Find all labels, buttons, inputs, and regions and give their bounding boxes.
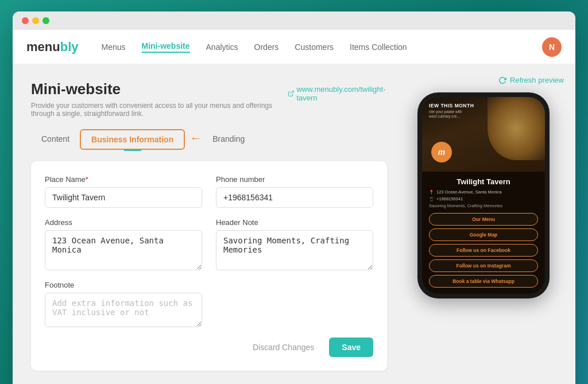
phone-btn-facebook[interactable]: Follow us on Facebook (429, 244, 538, 257)
phone-icon: 📱 (429, 197, 434, 201)
svg-line-0 (291, 91, 293, 94)
save-button[interactable]: Save (329, 338, 373, 357)
phone-logo: m (431, 142, 452, 162)
phone-header-sub: cite your palate withwest culinary cre..… (429, 110, 462, 119)
nav-analytics[interactable]: Analytics (206, 42, 238, 52)
right-panel: Refresh preview IEW THIS MONTH cite your… (403, 64, 575, 384)
form-group-place-name: Place Name* (45, 175, 202, 208)
left-panel: Mini-website Provide your customers with… (13, 64, 403, 384)
place-name-input[interactable] (45, 187, 202, 208)
location-icon: 📍 (429, 190, 434, 195)
phone-food-decoration (488, 97, 545, 160)
form-row-name-phone: Place Name* Phone number (45, 175, 373, 208)
phone-header-image: IEW THIS MONTH cite your palate withwest… (422, 97, 545, 172)
phone-restaurant-name: Twilight Tavern (429, 177, 538, 186)
phone-tagline: Savoring Moments, Crafting Memories (429, 203, 538, 208)
browser-window: menubly Menus Mini-website Analytics Ord… (13, 11, 575, 384)
logo[interactable]: menubly (26, 40, 78, 55)
browser-bar (13, 11, 575, 30)
form-group-header-note: Header Note Savoring Moments, Crafting M… (216, 218, 373, 270)
footnote-label: Footnote (45, 281, 202, 289)
refresh-row: Refresh preview (403, 76, 564, 84)
form-row-footnote: Footnote (45, 281, 373, 327)
phone-phone-text: +1968156341 (436, 196, 463, 201)
avatar: N (542, 37, 562, 57)
header-note-label: Header Note (216, 218, 373, 227)
page-header-row: Mini-website Provide your customers with… (31, 80, 387, 129)
phone-screen: IEW THIS MONTH cite your palate withwest… (422, 97, 545, 294)
required-star: * (86, 175, 88, 184)
nav-customers[interactable]: Customers (295, 42, 334, 52)
nav-menus[interactable]: Menus (101, 42, 125, 52)
tab-content[interactable]: Content (31, 130, 80, 149)
phone-address-text: 123 Ocean Avenue, Santa Monica (436, 189, 502, 195)
phone-label: Phone number (216, 175, 373, 184)
discard-button[interactable]: Discard Changes (245, 338, 322, 357)
logo-menu: menu (26, 40, 60, 54)
phone-phone-row: 📱 +1968156341 (429, 196, 538, 201)
refresh-preview-button[interactable]: Refresh preview (498, 76, 564, 84)
tab-branding[interactable]: Branding (202, 130, 255, 149)
form-card: Place Name* Phone number Address 123 Oce… (31, 161, 387, 371)
form-actions: Discard Changes Save (45, 338, 373, 357)
tabs: Content Business Information ← Branding (31, 129, 387, 150)
phone-btn-whatsapp[interactable]: Book a table via Whatsapp (429, 275, 538, 288)
phone-btn-menu[interactable]: Our Menu (429, 213, 538, 226)
main-content: Mini-website Provide your customers with… (13, 64, 575, 384)
form-group-footnote: Footnote (45, 281, 202, 327)
phone-input[interactable] (216, 187, 373, 208)
phone-btn-map[interactable]: Google Map (429, 228, 538, 241)
arrow-hint-icon: ← (189, 131, 202, 146)
refresh-icon (498, 76, 506, 84)
refresh-label: Refresh preview (510, 76, 564, 84)
address-textarea[interactable]: 123 Ocean Avenue, Santa Monica (45, 230, 202, 270)
external-link-icon (288, 90, 295, 98)
navbar: menubly Menus Mini-website Analytics Ord… (13, 30, 575, 64)
dot-red (22, 17, 29, 24)
form-spacer (216, 281, 373, 327)
form-row-address-header: Address 123 Ocean Avenue, Santa Monica H… (45, 218, 373, 270)
phone-address-row: 📍 123 Ocean Avenue, Santa Monica (429, 189, 538, 195)
phone-header-text: IEW THIS MONTH (429, 103, 474, 108)
page-subtitle: Provide your customers with convenient a… (31, 102, 288, 118)
nav-orders[interactable]: Orders (254, 42, 279, 52)
page-title: Mini-website (31, 80, 288, 98)
phone-mockup: IEW THIS MONTH cite your palate withwest… (417, 92, 550, 298)
form-group-phone: Phone number (216, 175, 373, 208)
address-label: Address (45, 218, 202, 227)
nav-links: Menus Mini-website Analytics Orders Cust… (101, 41, 407, 53)
dot-yellow (32, 17, 39, 24)
place-name-label: Place Name* (45, 175, 202, 184)
dot-green (42, 17, 49, 24)
page-header: Mini-website Provide your customers with… (31, 80, 288, 118)
site-url-text: www.menubly.com/twilight-tavern (296, 85, 387, 102)
footnote-textarea[interactable] (45, 293, 202, 327)
header-note-textarea[interactable]: Savoring Moments, Crafting Memories (216, 230, 373, 270)
phone-btn-instagram[interactable]: Follow us on Instagram (429, 259, 538, 272)
tab-business-information[interactable]: Business Information (80, 129, 185, 150)
phone-body: Twilight Tavern 📍 123 Ocean Avenue, Sant… (422, 172, 545, 294)
form-group-address: Address 123 Ocean Avenue, Santa Monica (45, 218, 202, 270)
nav-mini-website[interactable]: Mini-website (142, 41, 190, 53)
logo-bly: bly (60, 40, 79, 54)
site-url-link[interactable]: www.menubly.com/twilight-tavern (288, 85, 387, 102)
nav-items-collection[interactable]: Items Collection (350, 42, 407, 52)
